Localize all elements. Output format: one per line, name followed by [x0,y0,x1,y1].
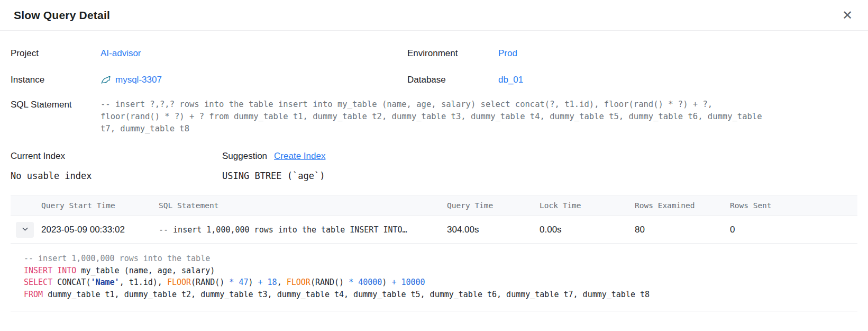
current-index-value: No usable index [11,171,222,181]
table-header-row: Query Start Time SQL Statement Query Tim… [11,195,857,216]
header-query-time: Query Time [447,201,540,210]
dialog-content: Project AI-advisor Environment Prod Inst… [0,40,868,311]
header-lock-time: Lock Time [540,201,635,210]
sql-statement-text: -- insert ?,?,? rows into the table inse… [100,99,857,135]
cell-query-start-time: 2023-05-09 00:33:02 [41,225,159,235]
header-rows-sent: Rows Sent [730,201,857,210]
header-query-start-time: Query Start Time [41,201,159,210]
page-title: Slow Query Detail [14,9,110,22]
chevron-down-icon [21,225,29,235]
project-link[interactable]: AI-advisor [100,48,141,58]
slow-query-table: Query Start Time SQL Statement Query Tim… [11,195,857,311]
create-index-link[interactable]: Create Index [274,151,325,162]
project-label: Project [11,48,100,59]
dialog-header: Slow Query Detail ✕ [0,0,868,31]
info-section: Project AI-advisor Environment Prod Inst… [11,40,857,93]
info-row-project-environment: Project AI-advisor Environment Prod [11,40,857,67]
collapse-row-button[interactable] [16,222,34,238]
index-suggestion-section: Current Index Suggestion Create Index No… [11,151,857,181]
cell-query-time: 304.00s [447,225,540,235]
table-row[interactable]: 2023-05-09 00:33:02 -- insert 1,000,000 … [11,216,857,244]
header-sql-statement: SQL Statement [159,201,447,210]
cell-lock-time: 0.00s [540,225,635,235]
info-row-instance-database: Instance mysql-3307 Database db_01 [11,67,857,93]
cell-rows-sent: 0 [730,225,857,235]
mysql-dolphin-icon [100,75,112,86]
database-link[interactable]: db_01 [498,75,523,85]
environment-label: Environment [407,48,498,59]
suggestion-value: USING BTREE (`age`) [222,171,857,181]
cell-rows-examined: 80 [635,225,730,235]
close-icon[interactable]: ✕ [839,7,855,23]
current-index-label: Current Index [11,151,222,162]
sql-statement-label: SQL Statement [11,99,100,110]
sql-statement-section: SQL Statement -- insert ?,?,? rows into … [11,99,857,135]
cell-sql-statement: -- insert 1,000,000 rows into the table … [159,225,447,235]
header-rows-examined: Rows Examined [635,201,730,210]
database-label: Database [407,75,498,85]
suggestion-label: Suggestion [222,151,267,162]
environment-link[interactable]: Prod [498,48,517,58]
slow-query-detail-dialog: Slow Query Detail ✕ Project AI-advisor E… [0,0,868,331]
expanded-sql: -- insert 1,000,000 rows into the tableI… [11,244,857,311]
instance-link[interactable]: mysql-3307 [115,75,162,85]
instance-label: Instance [11,75,100,85]
